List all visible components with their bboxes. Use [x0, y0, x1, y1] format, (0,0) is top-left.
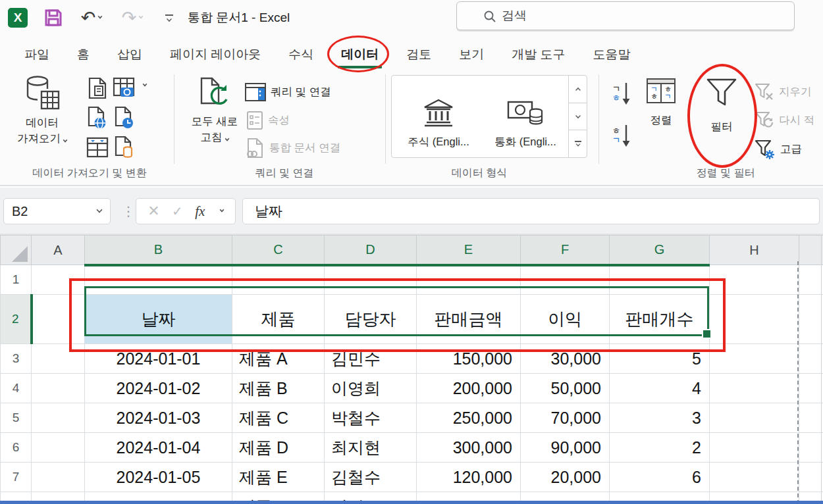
- formula-input[interactable]: 날짜: [242, 198, 820, 224]
- cell[interactable]: [32, 433, 85, 463]
- row-header-5[interactable]: 5: [1, 403, 32, 433]
- row-header-4[interactable]: 4: [1, 374, 32, 403]
- tab-review[interactable]: 검토: [392, 39, 445, 69]
- table-header-product[interactable]: 제품: [232, 295, 325, 344]
- redo-button[interactable]: ↷: [116, 7, 149, 29]
- cell[interactable]: [710, 374, 799, 403]
- from-table-range-button[interactable]: [85, 135, 110, 160]
- col-header-G[interactable]: G: [610, 236, 710, 265]
- cell[interactable]: [799, 463, 823, 492]
- cell[interactable]: [32, 344, 85, 374]
- table-cell[interactable]: 120,000: [417, 463, 521, 492]
- table-cell[interactable]: 제품 A: [232, 344, 325, 374]
- table-cell[interactable]: 200,000: [417, 374, 521, 403]
- col-header-I[interactable]: [799, 236, 823, 265]
- filter-button[interactable]: 필터: [691, 77, 752, 135]
- table-cell[interactable]: 4: [610, 374, 710, 403]
- search-box[interactable]: 검색: [456, 1, 795, 30]
- cell[interactable]: [232, 265, 325, 295]
- cell[interactable]: [32, 403, 85, 433]
- cell[interactable]: [799, 295, 823, 344]
- cell[interactable]: [799, 433, 823, 463]
- col-header-D[interactable]: D: [325, 236, 417, 265]
- cell[interactable]: [32, 295, 85, 344]
- table-cell[interactable]: 5: [610, 344, 710, 374]
- tab-help[interactable]: 도움말: [579, 39, 645, 69]
- tab-page-layout[interactable]: 페이지 레이아웃: [156, 39, 275, 69]
- fx-dropdown-icon[interactable]: [219, 208, 224, 213]
- table-cell[interactable]: 3: [610, 403, 710, 433]
- row-header-6[interactable]: 6: [1, 433, 32, 463]
- tab-home[interactable]: 홈: [63, 39, 103, 69]
- existing-connections-button[interactable]: [112, 135, 137, 160]
- col-header-A[interactable]: A: [32, 236, 85, 265]
- recent-sources-button[interactable]: [112, 105, 137, 130]
- table-cell[interactable]: 최지현: [325, 433, 417, 463]
- table-cell[interactable]: 2024-01-03: [85, 403, 232, 433]
- table-header-sales[interactable]: 판매금액: [417, 295, 521, 344]
- data-type-currency[interactable]: 통화 (Engli...: [481, 78, 570, 155]
- cell[interactable]: [521, 265, 610, 295]
- from-web-button[interactable]: [85, 105, 110, 130]
- from-picture-button[interactable]: [112, 76, 137, 101]
- table-cell[interactable]: 6: [610, 463, 710, 492]
- cell[interactable]: [710, 403, 799, 433]
- refresh-all-button[interactable]: 모두 새로 고침: [183, 73, 246, 145]
- table-header-count[interactable]: 판매개수: [610, 295, 710, 344]
- cell[interactable]: [710, 344, 799, 374]
- table-header-date[interactable]: 날짜: [85, 295, 232, 344]
- col-header-F[interactable]: F: [521, 236, 610, 265]
- row-header-3[interactable]: 3: [1, 344, 32, 374]
- cell[interactable]: [710, 295, 799, 344]
- tab-data[interactable]: 데이터: [327, 39, 392, 69]
- table-cell[interactable]: 20,000: [521, 463, 610, 492]
- tab-developer[interactable]: 개발 도구: [498, 39, 579, 69]
- cancel-entry-button[interactable]: ✕: [147, 203, 159, 220]
- table-cell[interactable]: 30,000: [521, 344, 610, 374]
- confirm-entry-button[interactable]: ✓: [172, 203, 183, 219]
- table-cell[interactable]: 2024-01-04: [85, 433, 232, 463]
- reapply-filter-button[interactable]: 다시 적: [755, 109, 814, 132]
- table-cell[interactable]: 90,000: [521, 433, 610, 463]
- cell[interactable]: [710, 265, 799, 295]
- advanced-filter-button[interactable]: 고급: [755, 138, 802, 161]
- gallery-down-button[interactable]: [568, 103, 587, 130]
- cell[interactable]: [799, 265, 823, 295]
- sort-button[interactable]: ㄱㅎ ㅎㄱ 정렬: [631, 78, 691, 128]
- table-cell[interactable]: 김철수: [325, 463, 417, 492]
- row-header-7[interactable]: 7: [1, 463, 32, 492]
- row-header-2[interactable]: 2: [1, 295, 32, 344]
- from-text-csv-button[interactable]: [85, 76, 110, 101]
- get-data-button[interactable]: 데이터 가져오기: [11, 74, 74, 147]
- table-cell[interactable]: 김민수: [325, 344, 417, 374]
- name-box[interactable]: B2: [3, 198, 111, 224]
- table-cell[interactable]: 2: [610, 433, 710, 463]
- cell[interactable]: [325, 265, 417, 295]
- cell[interactable]: [710, 433, 799, 463]
- tab-view[interactable]: 보기: [445, 39, 498, 69]
- table-cell[interactable]: 제품 B: [232, 374, 325, 403]
- table-cell[interactable]: 150,000: [417, 344, 521, 374]
- tab-file[interactable]: 파일: [11, 39, 63, 69]
- table-cell[interactable]: 제품 D: [232, 433, 325, 463]
- save-button[interactable]: [42, 7, 65, 29]
- cell[interactable]: [85, 265, 232, 295]
- cell[interactable]: [610, 265, 710, 295]
- cell[interactable]: [32, 463, 85, 492]
- table-header-profit[interactable]: 이익: [521, 295, 610, 344]
- col-header-B[interactable]: B: [85, 236, 232, 265]
- clear-filter-button[interactable]: 지우기: [755, 81, 812, 103]
- table-cell[interactable]: 2024-01-02: [85, 374, 232, 403]
- tab-insert[interactable]: 삽입: [103, 39, 156, 69]
- cell[interactable]: [710, 463, 799, 492]
- table-cell[interactable]: 제품 C: [232, 403, 325, 433]
- col-header-C[interactable]: C: [232, 236, 325, 265]
- gallery-more-button[interactable]: [568, 130, 587, 157]
- undo-button[interactable]: ↶: [75, 7, 108, 29]
- table-cell[interactable]: 250,000: [417, 403, 521, 433]
- queries-connections-button[interactable]: 쿼리 및 연결: [245, 81, 331, 103]
- data-type-stocks[interactable]: 주식 (Engli...: [394, 78, 483, 155]
- cell[interactable]: [799, 403, 823, 433]
- cell[interactable]: [417, 265, 521, 295]
- table-cell[interactable]: 2024-01-05: [85, 463, 232, 492]
